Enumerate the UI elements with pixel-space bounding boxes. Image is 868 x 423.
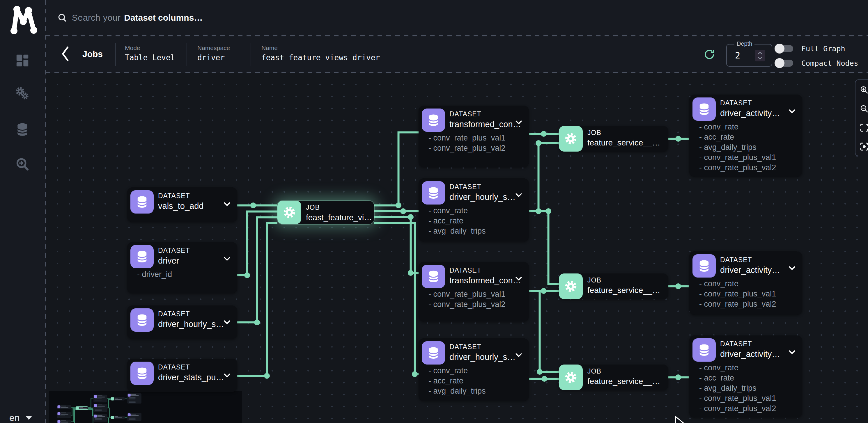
dashboard-icon[interactable]: [14, 53, 30, 68]
field-divider: [251, 43, 251, 66]
dataset-node-vals-to-add[interactable]: DATASETvals_to_add: [127, 187, 237, 222]
refresh-icon[interactable]: [703, 48, 716, 61]
column-item: - avg_daily_trips: [429, 226, 486, 236]
gear-icon: [559, 273, 583, 299]
topbar: Search your Dataset columns… ⌘K: [46, 0, 868, 35]
column-list: - conv_rate- acc_rate- avg_daily_trips: [429, 366, 486, 396]
column-list: - conv_rate- conv_rate_plus_val1- conv_r…: [699, 279, 776, 309]
caret-down-icon: [26, 416, 32, 420]
dataset-node-driver-activity-bottom[interactable]: DATASETdriver_activity…- conv_rate- acc_…: [689, 335, 802, 418]
search-placeholder-bold: Dataset columns…: [124, 13, 203, 23]
column-item: - conv_rate_plus_val1: [699, 393, 776, 403]
breadcrumb-jobs[interactable]: Jobs: [82, 49, 103, 59]
field-divider: [115, 43, 116, 66]
chevron-down-icon[interactable]: [223, 200, 231, 208]
column-item: - avg_daily_trips: [699, 383, 776, 393]
column-item: - acc_rate: [429, 216, 486, 226]
column-item: - avg_daily_trips: [699, 142, 776, 153]
namespace-value: driver: [197, 53, 225, 62]
node-type-label: DATASET: [720, 256, 752, 264]
search-input[interactable]: Search your Dataset columns…: [57, 0, 856, 35]
node-type-label: DATASET: [450, 266, 482, 274]
node-name: feature_service__…: [587, 377, 660, 386]
back-button[interactable]: [60, 45, 71, 63]
database-icon: [130, 190, 154, 214]
chevron-down-icon[interactable]: [514, 191, 523, 199]
column-item: - conv_rate: [699, 363, 776, 373]
datasets-database-icon[interactable]: [14, 122, 30, 137]
depth-stepper[interactable]: [755, 50, 765, 61]
database-icon: [422, 265, 445, 288]
node-name: transformed_con…: [450, 120, 521, 129]
job-node-feature-service-mid[interactable]: JOBfeature_service__…: [559, 273, 668, 299]
column-item: - conv_rate_plus_val1: [429, 289, 505, 299]
column-item: - avg_daily_trips: [429, 386, 486, 396]
jobs-gears-icon[interactable]: [14, 86, 30, 102]
compact-nodes-toggle[interactable]: Compact Nodes: [776, 58, 858, 68]
fit-view-icon[interactable]: [860, 123, 868, 132]
node-type-label: DATASET: [158, 192, 190, 200]
node-type-label: DATASET: [158, 247, 190, 255]
zoom-in-icon[interactable]: [860, 85, 868, 95]
namespace-label: Namespace: [197, 44, 230, 52]
node-type-label: JOB: [587, 276, 601, 284]
dataset-node-transformed-conv-bottom[interactable]: DATASETtransformed_con…- conv_rate_plus_…: [418, 262, 529, 322]
node-name: driver_stats_pu…: [158, 373, 224, 382]
node-name: driver_activity…: [720, 108, 780, 118]
chevron-down-icon[interactable]: [788, 348, 796, 356]
dataset-node-driver-hourly-mid-bottom[interactable]: DATASETdriver_hourly_s…- conv_rate- acc_…: [418, 338, 529, 401]
depth-input[interactable]: Depth 2: [726, 44, 772, 67]
dataset-node-driver-hourly-mid-top[interactable]: DATASETdriver_hourly_s…- conv_rate- acc_…: [418, 178, 529, 241]
dataset-node-driver-stats[interactable]: DATASETdriver_stats_pu…: [127, 359, 237, 392]
job-node-feast-feature-views-job[interactable]: JOBfeast_feature_vi…: [277, 201, 374, 224]
full-graph-toggle[interactable]: Full Graph: [776, 43, 845, 54]
column-item: - conv_rate_plus_val1: [699, 289, 776, 299]
dataset-node-driver-activity-top[interactable]: DATASETdriver_activity…- conv_rate- acc_…: [689, 95, 802, 176]
node-name: driver_hourly_s…: [158, 319, 224, 329]
column-item: - acc_rate: [699, 373, 776, 383]
field-divider: [187, 43, 187, 66]
chevron-down-icon[interactable]: [223, 318, 231, 326]
sidebar: [0, 0, 45, 423]
toggle-track: [776, 60, 793, 67]
chevron-down-icon[interactable]: [788, 264, 796, 272]
language-value: en: [9, 413, 20, 423]
chevron-down-icon[interactable]: [223, 254, 231, 263]
column-item: - conv_rate_plus_val1: [429, 133, 505, 143]
language-selector[interactable]: en: [9, 413, 32, 423]
dataset-node-driver-activity-mid[interactable]: DATASETdriver_activity…- conv_rate- conv…: [689, 251, 802, 315]
full-graph-label: Full Graph: [801, 44, 845, 53]
node-name: vals_to_add: [158, 201, 204, 211]
search-placeholder: Search your: [72, 13, 121, 23]
center-view-icon[interactable]: [860, 142, 868, 151]
column-item: - conv_rate_plus_val2: [699, 403, 776, 414]
minimap[interactable]: [49, 391, 242, 423]
dataset-node-transformed-conv-top[interactable]: DATASETtransformed_con…- conv_rate_plus_…: [418, 106, 529, 167]
chevron-down-icon[interactable]: [514, 351, 523, 359]
zoom-controls-panel: [855, 79, 868, 156]
search-icon: [57, 13, 67, 23]
column-list: - conv_rate- acc_rate- avg_daily_trips- …: [699, 363, 776, 414]
open-search-icon[interactable]: [14, 157, 30, 172]
chevron-down-icon[interactable]: [514, 274, 523, 283]
chevron-down-icon[interactable]: [788, 107, 796, 116]
column-list: - conv_rate_plus_val1- conv_rate_plus_va…: [429, 133, 505, 153]
job-node-feature-service-top[interactable]: JOBfeature_service__…: [559, 126, 668, 152]
dataset-node-driver[interactable]: DATASETdriver- driver_id: [127, 242, 237, 293]
chevron-down-icon[interactable]: [223, 371, 231, 380]
job-node-feature-service-bottom[interactable]: JOBfeature_service__…: [559, 364, 668, 390]
toggle-track: [776, 45, 793, 52]
node-name: feast_feature_vi…: [306, 213, 372, 222]
node-type-label: DATASET: [158, 363, 190, 371]
node-type-label: DATASET: [720, 99, 752, 107]
column-item: - driver_id: [137, 269, 172, 280]
zoom-out-icon[interactable]: [860, 104, 868, 113]
column-item: - conv_rate: [699, 122, 776, 132]
database-icon: [692, 97, 716, 121]
node-type-label: JOB: [587, 367, 601, 375]
column-item: - conv_rate: [429, 206, 486, 216]
node-type-label: DATASET: [450, 343, 482, 351]
dataset-node-driver-hourly-left[interactable]: DATASETdriver_hourly_s…: [127, 305, 237, 339]
chevron-down-icon[interactable]: [514, 118, 523, 127]
node-name: driver: [158, 256, 179, 266]
